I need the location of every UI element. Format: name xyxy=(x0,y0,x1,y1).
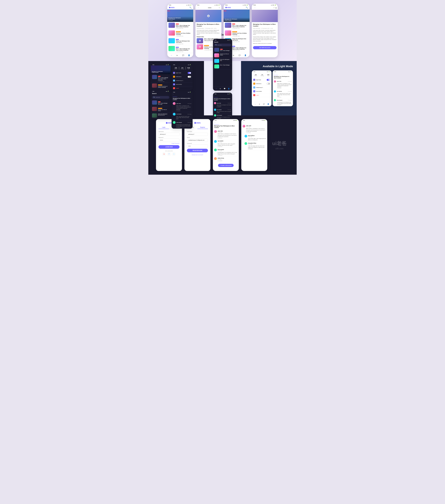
hero-text: Managing Your Workspace to More Comfort … xyxy=(167,16,193,22)
notif-toggle-light[interactable] xyxy=(267,83,270,85)
center-search-input[interactable]: 🔍 Indonesia xyxy=(214,44,231,46)
username-label: Username xyxy=(158,131,180,132)
back-button[interactable]: ← xyxy=(197,6,201,9)
center-result-3[interactable]: Setup Your Workspace Now xyxy=(213,58,232,64)
article-hero-4 xyxy=(252,10,278,22)
back-center-dark[interactable]: ← xyxy=(214,95,215,96)
dark-col-1: 9:41 ●●●🔋 Managing Your Workspaceto More… xyxy=(151,64,171,129)
nav-home-icon[interactable]: ⌂ xyxy=(170,54,173,56)
twitter-login-btn[interactable]: t xyxy=(172,152,176,156)
center-result-4[interactable]: Here: 1 Tips to Manage xyxy=(213,64,232,69)
settings-social-light[interactable]: ◈ Social Media xyxy=(252,90,272,93)
back-btn-4[interactable]: ← xyxy=(253,6,257,9)
nav-c-profile[interactable]: 👤 xyxy=(228,88,230,90)
watermark-url: uil8.com xyxy=(275,147,283,150)
dark-phone-home: 9:41 ●●●🔋 Managing Your Workspaceto More… xyxy=(151,64,171,89)
search-result-1-dark[interactable]: Live Here: 1 Tips to Manage Your Team xyxy=(151,100,171,106)
center-result-2[interactable]: America Lost Tons of Dollars xyxy=(213,53,232,58)
back-dark[interactable]: ← xyxy=(172,93,193,95)
settings-email-dark[interactable]: ✉ matikabimanyu17... xyxy=(172,79,193,83)
login-button[interactable]: LOGIN NOW xyxy=(158,145,180,149)
article-body: Lorem ipsum dolor sit amet, consectetur … xyxy=(197,30,220,35)
search-result-3-dark[interactable]: Setup Your Workspace Now And Feel It! xyxy=(151,113,171,118)
heart-icon-4[interactable]: ♡ xyxy=(273,7,275,9)
nav-profile-3[interactable]: 👤 xyxy=(244,54,246,56)
username-reg-input[interactable] xyxy=(187,133,208,136)
settings-email-light[interactable]: ✉ matikabimanyu17... xyxy=(252,86,272,90)
nav-play-3[interactable]: ▶ xyxy=(233,54,235,56)
article-main-title: Managing Your Workspace to More Comfort xyxy=(197,23,220,27)
already-account-link[interactable]: Already have an account? xyxy=(187,154,208,155)
username-input[interactable] xyxy=(158,133,180,136)
news-meta-3: 17 December 2019 xyxy=(176,43,192,44)
email-input[interactable] xyxy=(187,139,208,142)
back-reply[interactable]: ← xyxy=(242,122,244,124)
back-light-disc[interactable]: ← xyxy=(273,72,293,75)
nav-c-chat[interactable]: 💬 xyxy=(223,88,226,90)
play-button[interactable]: ▶ xyxy=(207,15,210,17)
news-item-1[interactable]: Live Here: 1 Tips to Manage Your Team to… xyxy=(167,22,193,30)
bottom-nav-1: ⌂ ▶ 💬 👤 xyxy=(167,53,193,57)
nav-c-play[interactable]: ▶ xyxy=(219,88,222,90)
login-tab[interactable]: Login xyxy=(158,126,169,129)
settings-night-light[interactable]: 🌙 Night Mode xyxy=(252,78,272,82)
news-item-3-1[interactable]: Live Here: 1 Tips to Manage Your Team to… xyxy=(224,22,250,30)
settings-logout-light[interactable]: ↩ Logout xyxy=(252,93,272,97)
search-result-2-dark[interactable]: Economy America Lost Tons of Dollars xyxy=(151,106,171,112)
nav-c-home[interactable]: ⌂ xyxy=(215,88,217,90)
settings-social-dark[interactable]: ◈ Social Media xyxy=(172,83,193,86)
settings-night-mode-dark[interactable]: 🌙 Night Mode xyxy=(172,71,193,75)
nav-chat-icon[interactable]: 💬 xyxy=(182,54,184,56)
join-discussion-button[interactable]: Join With Discussion xyxy=(253,46,277,49)
search-bar-dark[interactable]: 🔍 Indonesia xyxy=(152,96,169,99)
news-item-4[interactable]: Tips Here: 1 Tips to Manage Your Team to… xyxy=(167,45,193,53)
light-mode-label-container: Available in Light Mode xyxy=(243,64,294,69)
heart-icon[interactable]: ♡ xyxy=(219,7,220,9)
register-button[interactable]: REGISTER NOW xyxy=(187,149,208,152)
article-body-4b: Praesent finibus tristique velit a eleif… xyxy=(253,36,277,42)
back-disc-light[interactable]: ← xyxy=(214,122,216,124)
dark-news-2[interactable]: Economy America Lost Tons of Dollars Yes… xyxy=(151,83,171,90)
news-tag-tips-2: Tips xyxy=(176,47,179,48)
app-header: ews 🔍 xyxy=(167,6,193,10)
news-item-3-2[interactable]: Economy America Lost Tons of Dollars Yes… xyxy=(224,30,250,37)
disc-comment-2-light: Yuri Adchai 3 hours ago Well, I think wo… xyxy=(213,139,239,148)
light-mode-label: Available in Light Mode xyxy=(263,65,293,68)
search-icon[interactable]: 🔍 xyxy=(189,7,191,9)
forgot-password-link[interactable]: Forgot Password? xyxy=(158,143,180,144)
settings-notifications-dark[interactable]: 🔔 Notifications xyxy=(172,75,193,79)
reply-comment-1: John Yelix 4 hours ago What I think is, … xyxy=(241,124,267,134)
comment-center-3: Felix Huawei 2 hours ago Amazing topic! … xyxy=(213,114,232,119)
news-item-3[interactable]: Tips Setup Your Workspace Now And Feel I… xyxy=(167,37,193,45)
status-bar-1: 9:41 ▲ ●●● 🔋 xyxy=(167,4,193,6)
facebook-login-btn[interactable]: f xyxy=(167,152,171,156)
dark-col-2: 9:41 ●●●🔋 12k Follower 2Jr Following xyxy=(172,64,193,129)
watermark-container: ui老爸 uil8.com xyxy=(270,119,289,171)
search-icon-3[interactable]: 🔍 xyxy=(246,7,248,9)
register-tab-active[interactable]: Register xyxy=(197,126,208,129)
night-mode-toggle-dark[interactable] xyxy=(188,72,191,74)
settings-notif-light[interactable]: 🔔 Notifications xyxy=(252,82,272,86)
notifications-toggle-dark[interactable] xyxy=(188,76,191,78)
nav-chat-3[interactable]: 💬 xyxy=(239,54,241,56)
create-discussion-button[interactable]: + Create a Discussion xyxy=(218,164,234,167)
nav-profile-icon[interactable]: 👤 xyxy=(188,54,190,56)
avatar-3-dark xyxy=(173,121,176,124)
hero-banner: LIVE Managing Your Workspace to More Com… xyxy=(167,10,193,22)
news-meta-4: 17 December 2019 xyxy=(176,51,192,52)
dark-news-1[interactable]: Live Here: 1 Tips to Manage Your Team to… xyxy=(151,74,171,83)
nav-play-icon[interactable]: ▶ xyxy=(176,54,178,56)
night-toggle-light[interactable] xyxy=(267,79,270,81)
disc-comment-4-light: Julian Knerg 1 hour ago 5 comments xyxy=(213,157,239,162)
article-header-4: ← ♡ ⎙ xyxy=(252,6,278,10)
center-result-1[interactable]: Live Here: 1 Tips to Manage xyxy=(213,47,232,53)
share-icon-4[interactable]: ⎙ xyxy=(276,7,277,9)
watermark-text: ui老爸 xyxy=(272,140,287,147)
password-input[interactable] xyxy=(158,139,180,142)
password-reg-input[interactable] xyxy=(187,144,208,148)
settings-logout-dark[interactable]: ↩ Logout xyxy=(172,86,193,90)
center-dark-search: 9:41 ●●●🔋 Search 🔍 Indonesia Live Here: … xyxy=(213,39,232,91)
news-item-2[interactable]: Economy America Lost Tons of Dollars Yes… xyxy=(167,30,193,37)
comment-3-dark: Felix Huawei 2 hours ago Amazing topic! … xyxy=(172,120,193,129)
google-login-btn[interactable]: G xyxy=(162,152,166,156)
